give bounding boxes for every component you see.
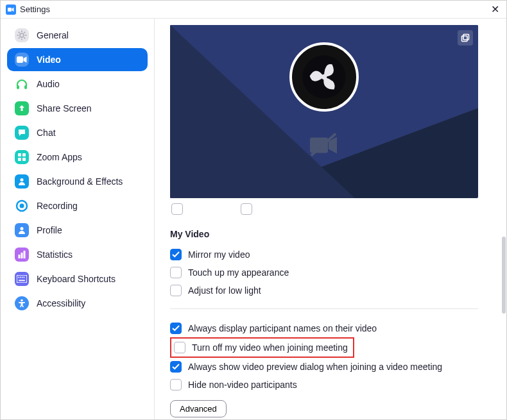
option-low-light[interactable]: Adjust for low light (170, 281, 488, 299)
accessibility-icon (15, 296, 29, 310)
option-label: Turn off my video when joining meeting (192, 342, 348, 353)
sidebar-item-label: Statistics (37, 249, 73, 260)
option-label: Adjust for low light (188, 285, 261, 296)
sidebar-item-share-screen[interactable]: Share Screen (7, 97, 148, 120)
svg-line-7 (24, 37, 25, 38)
sidebar-item-label: Profile (37, 225, 62, 235)
bars-icon (15, 248, 29, 262)
share-icon (15, 101, 29, 115)
content: General Video Audio Share Screen Chat (1, 19, 506, 419)
sidebar-item-label: Accessibility (37, 298, 85, 308)
sidebar-item-chat[interactable]: Chat (7, 121, 148, 144)
titlebar: Settings ✕ (1, 1, 506, 19)
highlighted-option: Turn off my video when joining meeting (170, 337, 354, 358)
svg-point-17 (21, 178, 24, 181)
checkbox[interactable] (170, 267, 182, 278)
sidebar-item-label: Zoom Apps (37, 152, 82, 162)
sidebar-item-label: Audio (37, 79, 60, 89)
svg-line-6 (19, 32, 20, 33)
chat-bubble-icon (15, 126, 29, 140)
camera-icon (15, 53, 29, 67)
svg-rect-23 (24, 251, 26, 258)
sidebar-item-statistics[interactable]: Statistics (7, 243, 148, 266)
sidebar-item-general[interactable]: General (7, 24, 148, 47)
sidebar-item-label: Video (37, 55, 61, 65)
close-icon[interactable]: ✕ (488, 3, 501, 15)
svg-point-28 (24, 277, 25, 278)
camera-off-icon (307, 133, 341, 160)
svg-rect-16 (22, 158, 26, 161)
svg-rect-24 (17, 275, 27, 283)
video-settings-panel: My Video Mirror my video Touch up my app… (155, 19, 506, 419)
sidebar-item-video[interactable]: Video (7, 48, 148, 71)
svg-rect-10 (17, 56, 23, 63)
scrollbar[interactable] (502, 237, 506, 314)
option-mirror-video[interactable]: Mirror my video (170, 246, 488, 264)
option-hide-nonvideo[interactable]: Hide non-video participants (170, 376, 488, 394)
option-turn-off-video[interactable]: Turn off my video when joining meeting (173, 340, 349, 355)
checkbox[interactable] (241, 203, 252, 215)
sidebar-item-audio[interactable]: Audio (7, 72, 148, 96)
gear-icon (15, 28, 29, 42)
svg-rect-36 (463, 35, 469, 40)
checkbox[interactable] (171, 203, 183, 215)
svg-rect-15 (18, 158, 21, 161)
svg-point-25 (18, 277, 19, 278)
headphones-icon (15, 77, 29, 91)
svg-rect-29 (19, 280, 25, 281)
checkbox[interactable] (170, 361, 182, 373)
svg-rect-14 (22, 153, 26, 156)
record-icon (15, 199, 29, 213)
svg-point-30 (21, 299, 23, 302)
svg-point-20 (21, 227, 24, 230)
svg-point-32 (322, 74, 327, 80)
svg-line-8 (19, 37, 20, 38)
sidebar-item-recording[interactable]: Recording (7, 194, 148, 217)
option-label: Always display participant names on thei… (188, 323, 377, 333)
section-title: My Video (170, 229, 488, 239)
option-preview-dialog[interactable]: Always show video preview dialog when jo… (170, 358, 488, 376)
sidebar-item-accessibility[interactable]: Accessibility (7, 292, 148, 315)
svg-rect-12 (24, 85, 27, 89)
checkbox[interactable] (170, 249, 182, 260)
sidebar-item-zoom-apps[interactable]: Zoom Apps (7, 146, 148, 169)
checkbox[interactable] (170, 285, 182, 296)
svg-point-26 (20, 277, 21, 278)
cutoff-row (170, 203, 488, 215)
window-title: Settings (20, 4, 50, 14)
svg-rect-33 (310, 138, 328, 153)
svg-point-27 (22, 277, 23, 278)
option-label: Hide non-video participants (188, 380, 297, 390)
divider (170, 308, 478, 309)
svg-rect-21 (19, 255, 21, 258)
zoom-app-icon (6, 4, 16, 15)
apps-icon (15, 150, 29, 164)
checkbox[interactable] (170, 379, 182, 391)
option-participant-names[interactable]: Always display participant names on thei… (170, 319, 488, 337)
checkbox[interactable] (174, 342, 185, 353)
sidebar: General Video Audio Share Screen Chat (1, 19, 155, 419)
sidebar-item-background-effects[interactable]: Background & Effects (7, 170, 148, 193)
svg-point-1 (20, 33, 24, 37)
sidebar-item-label: Recording (37, 201, 78, 211)
popout-icon[interactable] (458, 30, 473, 46)
avatar (289, 42, 359, 112)
profile-icon (15, 223, 29, 237)
option-label: Mirror my video (188, 249, 250, 260)
option-label: Always show video preview dialog when jo… (188, 362, 442, 372)
sidebar-item-label: Background & Effects (37, 176, 123, 187)
option-label: Touch up my appearance (188, 267, 289, 278)
video-preview (170, 25, 478, 198)
svg-point-19 (20, 204, 24, 208)
svg-rect-0 (8, 8, 12, 12)
checkbox[interactable] (170, 323, 182, 334)
option-touch-up[interactable]: Touch up my appearance (170, 264, 488, 281)
sidebar-item-profile[interactable]: Profile (7, 219, 148, 242)
svg-line-9 (24, 32, 25, 33)
sidebar-item-label: General (37, 30, 69, 40)
svg-rect-35 (462, 36, 468, 42)
sidebar-item-keyboard-shortcuts[interactable]: Keyboard Shortcuts (7, 267, 148, 290)
advanced-button[interactable]: Advanced (170, 400, 227, 417)
svg-rect-13 (18, 153, 21, 156)
svg-rect-11 (17, 85, 19, 89)
